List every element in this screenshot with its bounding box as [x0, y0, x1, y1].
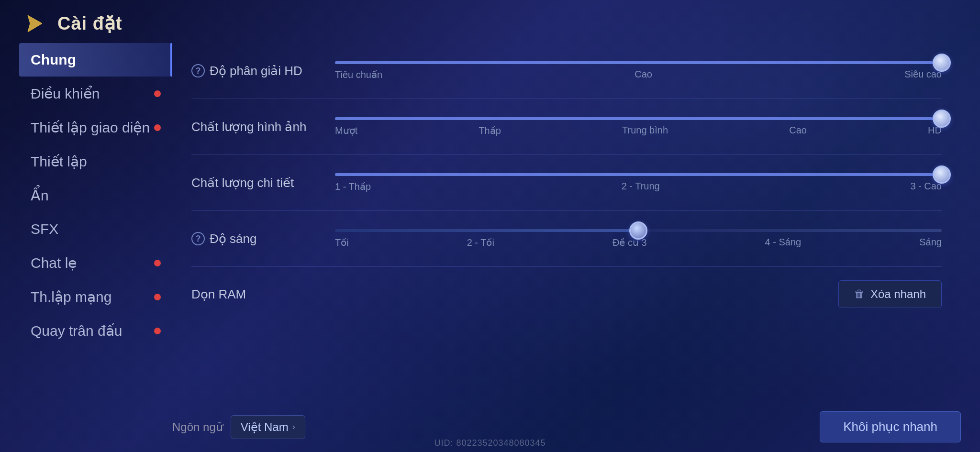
- slider-label-item: Tiêu chuẩn: [335, 69, 382, 80]
- notification-dot: [154, 260, 161, 266]
- slider-label-item: Trung bình: [622, 125, 668, 136]
- slider-fill: [335, 117, 942, 120]
- slider-label-item: Thấp: [479, 125, 501, 136]
- xoa-nhanh-button[interactable]: 🗑Xóa nhanh: [838, 280, 942, 308]
- setting-label: Chất lượng hình ảnh: [191, 120, 306, 134]
- restore-button[interactable]: Khôi phục nhanh: [820, 411, 961, 442]
- uid-bar: UID: 80223520348080345: [434, 438, 546, 448]
- sidebar-item-thiet-lap[interactable]: Thiết lập: [19, 144, 172, 178]
- setting-label: Độ sáng: [210, 232, 256, 246]
- sidebar-item-an[interactable]: Ẩn: [19, 178, 172, 212]
- setting-label-area: Chất lượng chi tiết: [191, 176, 335, 190]
- sidebar-item-thiet-lap-giao-dien[interactable]: Thiết lập giao diện: [19, 110, 172, 144]
- slider-fill: [335, 229, 638, 232]
- sidebar-item-label: SFX: [31, 221, 58, 237]
- sidebar-item-label: Thiết lập: [31, 153, 87, 170]
- sidebar-item-label: Chat lẹ: [31, 254, 77, 271]
- slider-chat-luong-hinh-anh[interactable]: MượtThấpTrung bìnhCaoHD: [335, 112, 942, 141]
- slider-track: [335, 173, 942, 176]
- slider-do-phan-giai-hd[interactable]: Tiêu chuẩnCaoSiêu cao: [335, 56, 942, 85]
- page-title: Cài đặt: [57, 13, 122, 34]
- don-ram-row: Dọn RAM🗑Xóa nhanh: [191, 280, 942, 308]
- sidebar-item-chung[interactable]: Chung: [19, 43, 172, 77]
- slider-fill: [335, 173, 942, 176]
- slider-thumb[interactable]: [933, 165, 951, 184]
- setting-row-do-sang: ?Độ sángTối2 - TốiĐề củ 34 - SángSáng: [191, 211, 942, 267]
- notification-dot: [154, 294, 161, 300]
- setting-row-chat-luong-hinh-anh: Chất lượng hình ảnhMượtThấpTrung bìnhCao…: [191, 99, 942, 155]
- setting-row-do-phan-giai-hd: ?Độ phân giải HDTiêu chuẩnCaoSiêu cao: [191, 43, 942, 99]
- slider-label-item: 4 - Sáng: [765, 237, 802, 248]
- sidebar-item-quay-tran-dau[interactable]: Quay trân đấu: [19, 314, 172, 348]
- slider-label-item: Sáng: [919, 237, 942, 248]
- slider-track: [335, 61, 942, 64]
- content-area: ?Độ phân giải HDTiêu chuẩnCaoSiêu caoChấ…: [172, 43, 961, 392]
- language-value: Việt Nam: [241, 420, 289, 434]
- sidebar-item-label: Chung: [31, 52, 76, 68]
- slider-do-sang[interactable]: Tối2 - TốiĐề củ 34 - SángSáng: [335, 224, 942, 253]
- sidebar: ChungĐiều khiểnThiết lập giao diệnThiết …: [19, 43, 172, 392]
- slider-label-item: Mượt: [335, 125, 357, 136]
- help-icon[interactable]: ?: [191, 232, 205, 245]
- slider-label-item: Tối: [335, 237, 349, 248]
- slider-label-item: 2 - Trung: [622, 181, 660, 192]
- notification-dot: [154, 124, 161, 131]
- slider-control: MượtThấpTrung bìnhCaoHD: [335, 112, 942, 141]
- don-ram-label: Dọn RAM: [191, 287, 246, 302]
- logo-icon: [19, 11, 48, 35]
- setting-label-area: Chất lượng hình ảnh: [191, 120, 335, 134]
- sidebar-item-dieu-khien[interactable]: Điều khiển: [19, 77, 172, 110]
- slider-label-item: Cao: [635, 69, 652, 80]
- sidebar-item-sfx[interactable]: SFX: [19, 212, 172, 246]
- sidebar-item-chat-le[interactable]: Chat lẹ: [19, 246, 172, 280]
- slider-control: 1 - Thấp2 - Trung3 - Cao: [335, 168, 942, 197]
- help-icon[interactable]: ?: [191, 64, 205, 77]
- slider-thumb[interactable]: [629, 221, 647, 240]
- sidebar-item-label: Th.lập mạng: [31, 288, 111, 305]
- sidebar-item-label: Thiết lập giao diện: [31, 119, 150, 136]
- slider-thumb[interactable]: [933, 110, 951, 128]
- setting-row-chat-luong-chi-tiet: Chất lượng chi tiết1 - Thấp2 - Trung3 - …: [191, 155, 942, 211]
- trash-icon: 🗑: [854, 288, 865, 300]
- sidebar-item-label: Ẩn: [31, 187, 49, 204]
- slider-thumb[interactable]: [933, 54, 951, 72]
- slider-control: Tiêu chuẩnCaoSiêu cao: [335, 56, 942, 85]
- language-section: Ngôn ngữ Việt Nam ›: [172, 415, 305, 439]
- setting-label: Độ phân giải HD: [210, 64, 302, 78]
- slider-chat-luong-chi-tiet[interactable]: 1 - Thấp2 - Trung3 - Cao: [335, 168, 942, 197]
- slider-control: Tối2 - TốiĐề củ 34 - SángSáng: [335, 224, 942, 253]
- notification-dot: [154, 90, 161, 97]
- language-button[interactable]: Việt Nam ›: [231, 415, 305, 439]
- slider-label-item: Siêu cao: [904, 69, 942, 80]
- slider-label-item: 2 - Tối: [467, 237, 494, 248]
- slider-track: [335, 229, 942, 232]
- slider-fill: [335, 61, 942, 64]
- main-layout: ChungĐiều khiểnThiết lập giao diệnThiết …: [0, 43, 980, 402]
- setting-label-area: ?Độ phân giải HD: [191, 64, 335, 78]
- slider-label-item: 1 - Thấp: [335, 181, 371, 192]
- slider-labels: Tiêu chuẩnCaoSiêu cao: [335, 69, 942, 80]
- setting-label: Chất lượng chi tiết: [191, 176, 294, 190]
- setting-row-don-ram: Dọn RAM🗑Xóa nhanh: [191, 267, 942, 321]
- slider-track: [335, 117, 942, 120]
- sidebar-item-th-lap-mang[interactable]: Th.lập mạng: [19, 280, 172, 314]
- svg-marker-0: [28, 15, 42, 32]
- app-container: Cài đặt ChungĐiều khiểnThiết lập giao di…: [0, 0, 980, 452]
- sidebar-item-label: Điều khiển: [31, 85, 100, 102]
- slider-label-item: Cao: [789, 125, 807, 136]
- language-label: Ngôn ngữ: [172, 420, 223, 434]
- slider-labels: 1 - Thấp2 - Trung3 - Cao: [335, 181, 942, 192]
- xoa-nhanh-label: Xóa nhanh: [870, 287, 926, 301]
- chevron-right-icon: ›: [292, 422, 295, 432]
- slider-labels: MượtThấpTrung bìnhCaoHD: [335, 125, 942, 136]
- setting-label-area: ?Độ sáng: [191, 232, 335, 246]
- sidebar-item-label: Quay trân đấu: [31, 322, 122, 339]
- notification-dot: [154, 328, 161, 334]
- header: Cài đặt: [0, 0, 980, 43]
